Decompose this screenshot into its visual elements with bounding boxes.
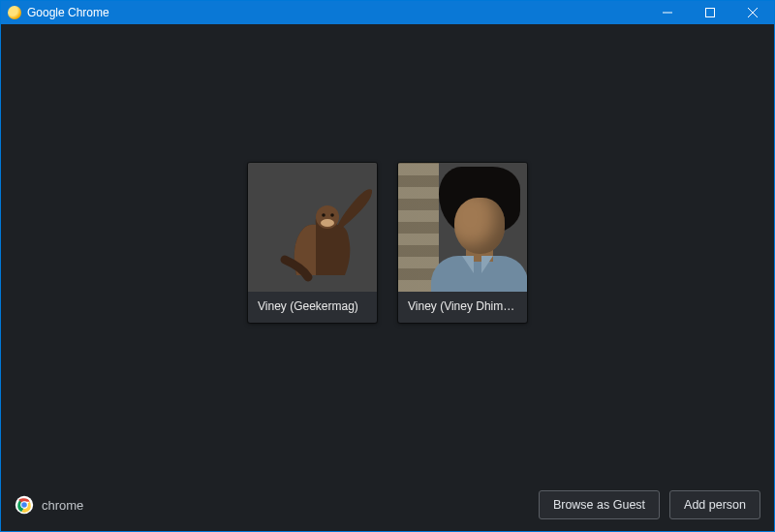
window-minimize-button[interactable] (646, 1, 689, 24)
button-label: Add person (684, 498, 746, 512)
profile-card-2[interactable]: Viney (Viney Dhim… (398, 163, 527, 323)
minimize-icon (663, 8, 672, 17)
monkey-avatar-illustration (248, 163, 377, 292)
footer-bar: chrome Browse as Guest Add person (1, 479, 774, 531)
profile-avatar-1 (248, 163, 377, 292)
profiles-row: Viney (Geekermag) Viney (Viney Dhim… (248, 163, 527, 323)
brand-label: chrome (42, 498, 83, 513)
profile-label: Viney (Viney Dhim… (398, 292, 527, 323)
close-icon (748, 8, 758, 17)
profile-card-1[interactable]: Viney (Geekermag) (248, 163, 377, 323)
svg-point-6 (330, 213, 334, 217)
profile-avatar-2 (398, 163, 527, 292)
add-person-button[interactable]: Add person (669, 490, 760, 519)
content-area: Viney (Geekermag) Viney (Viney Dhim… (1, 24, 774, 531)
svg-rect-1 (706, 9, 715, 17)
svg-point-7 (321, 219, 334, 227)
window-maximize-button[interactable] (689, 1, 731, 24)
chrome-logo-icon (15, 495, 34, 515)
profile-label: Viney (Geekermag) (248, 292, 377, 323)
maximize-icon (705, 8, 715, 17)
browse-as-guest-button[interactable]: Browse as Guest (539, 490, 660, 519)
chrome-brand: chrome (15, 495, 83, 515)
window-close-button[interactable] (731, 1, 774, 24)
button-label: Browse as Guest (553, 498, 645, 512)
svg-point-5 (322, 213, 326, 217)
chrome-profile-picker-window: Google Chrome (0, 0, 775, 532)
window-titlebar: Google Chrome (1, 1, 774, 24)
window-title: Google Chrome (27, 6, 109, 19)
app-icon (8, 6, 21, 19)
